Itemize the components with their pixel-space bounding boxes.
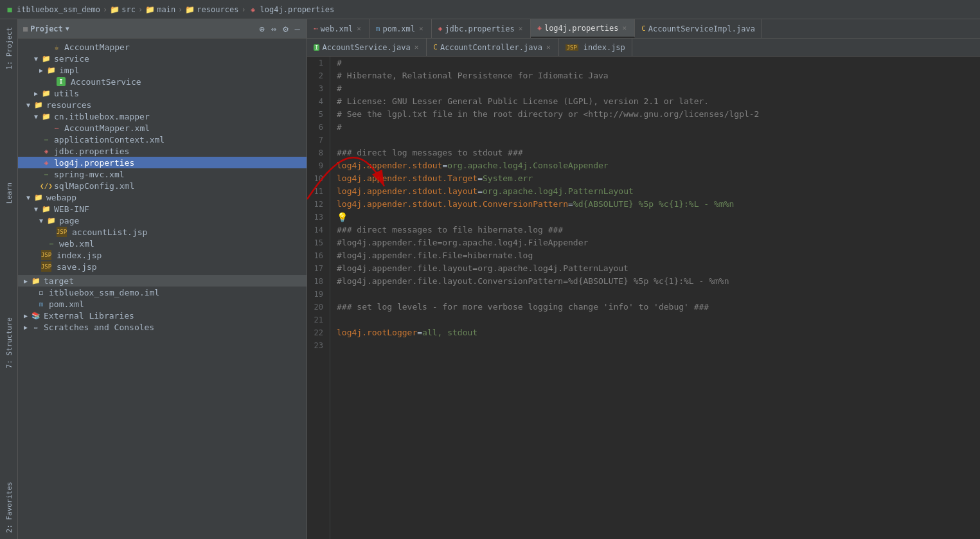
folder-icon-service: 📁 <box>41 53 51 64</box>
code-area[interactable]: # # Hibernate, Relational Persistence fo… <box>330 57 980 539</box>
code-line-14: ### direct messages to file hibernate.lo… <box>337 224 980 236</box>
tree-item-pom[interactable]: m pom.xml <box>18 298 307 310</box>
xml-icon-amx: ⋯ <box>51 123 62 133</box>
arrow-cn-mapper: ▼ <box>31 111 41 121</box>
jdbc-props-icon: ◈ <box>438 24 443 33</box>
code-line-19 <box>337 288 980 301</box>
account-service-tab-icon: I <box>314 44 319 51</box>
close-account-controller[interactable]: ✕ <box>545 43 552 51</box>
arrow-service: ▼ <box>31 53 41 64</box>
breadcrumb-project[interactable]: ■ itbluebox_ssm_demo <box>5 5 100 14</box>
line-numbers: 1 2 3 4 5 6 7 8 9 10 11 12 13 14 15 16 1… <box>307 57 330 539</box>
dropdown-arrow[interactable]: ▼ <box>66 25 69 32</box>
code-line-4: # License: GNU Lesser General Public Lic… <box>337 95 980 108</box>
scratches-icon: ✏ <box>31 322 41 332</box>
tree-item-spring-mvc[interactable]: ⋯ spring-mvc.xml <box>18 168 307 180</box>
pom-icon: m <box>36 299 46 309</box>
breadcrumb-src[interactable]: 📁 src <box>110 5 136 14</box>
props-icon-jdbc: ◈ <box>41 146 51 156</box>
arrow-webinf: ▼ <box>31 204 41 214</box>
vtab-structure[interactable]: 7: Structure <box>1 312 17 373</box>
tree-item-jdbc-props[interactable]: ◈ jdbc.properties <box>18 145 307 157</box>
tree-item-service[interactable]: ▼ 📁 service <box>18 53 307 64</box>
tab-account-controller[interactable]: C AccountController.java ✕ <box>427 39 558 56</box>
xml-icon-acx: ⋯ <box>41 134 51 145</box>
tree-item-iml[interactable]: ◻ itbluebox_ssm_demo.iml <box>18 287 307 298</box>
tab-account-service[interactable]: I AccountService.java ✕ <box>307 39 427 56</box>
folder-icon-2: 📁 <box>145 5 154 14</box>
folder-icon-webapp: 📁 <box>33 192 44 202</box>
tree-item-index-jsp[interactable]: JSP index.jsp <box>18 249 307 261</box>
close-log4j-props[interactable]: ✕ <box>621 24 628 32</box>
tab-account-service-impl[interactable]: C AccountServiceImpl.java <box>635 19 762 38</box>
jsp-icon-al: JSP <box>57 227 67 237</box>
no-arrow-sj <box>31 261 41 272</box>
vtab-learn[interactable]: Learn <box>1 177 17 209</box>
breadcrumb-file[interactable]: ◈ log4j.properties <box>249 5 335 14</box>
code-line-13: 💡 <box>337 211 980 224</box>
tab-web-xml[interactable]: ⋯ web.xml ✕ <box>307 19 370 38</box>
tree-item-page[interactable]: ▼ 📁 page <box>18 215 307 226</box>
vtab-project[interactable]: 1: Project <box>1 22 17 75</box>
code-line-15: #log4j.appender.file=org.apache.log4j.Fi… <box>337 236 980 249</box>
breadcrumb-main[interactable]: 📁 main <box>145 5 175 14</box>
settings-icon[interactable]: ⚙ <box>281 22 289 35</box>
arrow-impl: ▶ <box>36 65 46 75</box>
close-pom-xml[interactable]: ✕ <box>418 24 425 33</box>
no-arrow-as <box>46 76 57 87</box>
arrow-webapp: ▼ <box>23 192 33 202</box>
add-icon[interactable]: ⊕ <box>258 22 265 35</box>
tree-item-web-xml-inner[interactable]: ⋯ web.xml <box>18 238 307 249</box>
tree-item-sqlmap[interactable]: ❮/❯ sqlMapConfig.xml <box>18 180 307 191</box>
no-arrow-amx <box>41 123 51 133</box>
account-controller-tab-icon: C <box>433 43 438 51</box>
tree-item-webapp[interactable]: ▼ 📁 webapp <box>18 191 307 203</box>
no-arrow-alj <box>46 227 57 237</box>
vertical-sidebar: 1: Project Learn 7: Structure 2: Favorit… <box>0 19 18 539</box>
tree-item-log4j-props[interactable]: ◈ log4j.properties <box>18 157 307 168</box>
breadcrumb-resources[interactable]: 📁 resources <box>185 5 238 14</box>
tree-item-accountlist-jsp[interactable]: JSP accountList.jsp <box>18 226 307 238</box>
project-folder-icon: ■ <box>5 5 14 14</box>
tree-item-ext-libs[interactable]: ▶ 📚 External Libraries <box>18 310 307 321</box>
tree-item-accountservice[interactable]: I AccountService <box>18 76 307 87</box>
close-web-xml[interactable]: ✕ <box>355 24 362 33</box>
close-panel-icon[interactable]: — <box>294 22 301 35</box>
tree-item-scratches[interactable]: ▶ ✏ Scratches and Consoles <box>18 321 307 333</box>
tree-item-appctx-xml[interactable]: ⋯ applicationContext.xml <box>18 134 307 145</box>
tab-log4j-properties[interactable]: ◈ log4j.properties ✕ <box>531 19 635 38</box>
editor-content[interactable]: 1 2 3 4 5 6 7 8 9 10 11 12 13 14 15 16 1… <box>307 57 980 539</box>
tab-jdbc-properties[interactable]: ◈ jdbc.properties ✕ <box>432 19 531 38</box>
collapse-icon[interactable]: ⇔ <box>270 22 278 35</box>
close-account-service[interactable]: ✕ <box>413 43 420 51</box>
no-arrow-lp <box>31 157 41 168</box>
tree-item-webinf[interactable]: ▼ 📁 WEB-INF <box>18 203 307 215</box>
tree-item-save-jsp[interactable]: JSP save.jsp <box>18 261 307 272</box>
tab-pom-xml[interactable]: m pom.xml ✕ <box>370 19 432 38</box>
code-line-8: ### direct log messages to stdout ### <box>337 146 980 159</box>
interface-icon-as: I <box>57 77 66 86</box>
code-line-6: # <box>337 121 980 134</box>
tree-item-accountmapper[interactable]: ☕ AccountMapper <box>18 41 307 53</box>
tab-index-jsp[interactable]: JSP index.jsp <box>559 39 632 56</box>
tree-item-utils[interactable]: ▶ 📁 utils <box>18 87 307 99</box>
jsp-icon-idx: JSP <box>41 250 51 260</box>
project-panel: ■ Project ▼ ⊕ ⇔ ⚙ — ☕ AccountMapper ▼ � <box>18 19 307 539</box>
folder-icon-1: 📁 <box>110 5 119 14</box>
vtab-favorites[interactable]: 2: Favorites <box>1 477 17 538</box>
tree-item-target[interactable]: ▶ 📁 target <box>18 275 307 287</box>
editor-area: ⋯ web.xml ✕ m pom.xml ✕ ◈ jdbc.propertie… <box>307 19 980 539</box>
tree-item-cn-mapper[interactable]: ▼ 📁 cn.itbluebox.mapper <box>18 110 307 122</box>
folder-icon-cn-mapper: 📁 <box>41 111 51 121</box>
close-jdbc-props[interactable]: ✕ <box>517 24 524 33</box>
project-tree: ☕ AccountMapper ▼ 📁 service ▶ 📁 impl I A… <box>18 39 307 539</box>
tree-item-resources[interactable]: ▼ 📁 resources <box>18 99 307 110</box>
folder-icon-3: 📁 <box>185 5 194 14</box>
folder-icon-utils: 📁 <box>41 88 51 98</box>
sep2: › <box>138 5 143 14</box>
arrow-target: ▶ <box>21 276 31 286</box>
tree-item-impl[interactable]: ▶ 📁 impl <box>18 64 307 76</box>
arrow-resources: ▼ <box>23 100 33 110</box>
xml-icon-sm: ⋯ <box>41 169 51 179</box>
tree-item-accountmapper-xml[interactable]: ⋯ AccountMapper.xml <box>18 122 307 134</box>
